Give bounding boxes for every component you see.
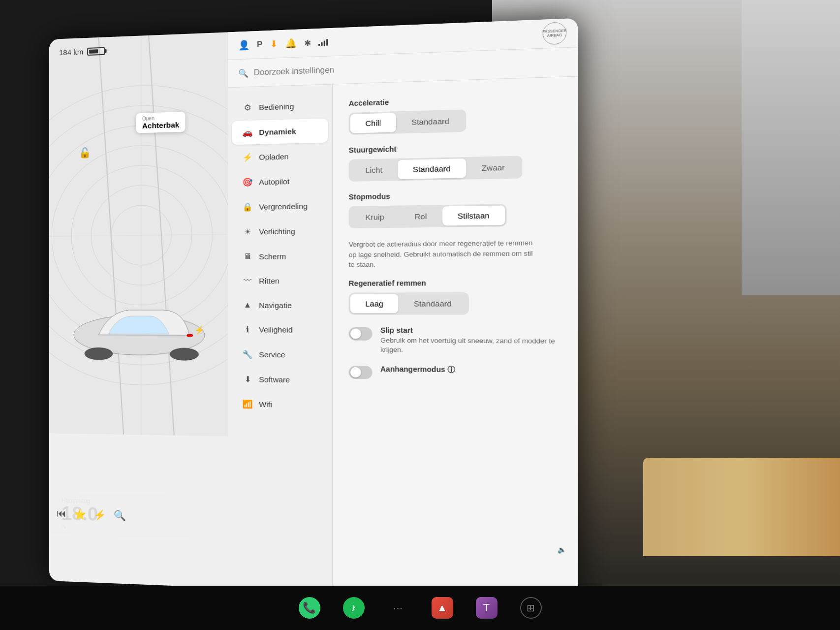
status-bar-left: 184 km <box>59 47 105 57</box>
autopilot-icon: 🎯 <box>242 177 252 187</box>
battery-bar <box>87 47 105 55</box>
regeneratief-title: Regeneratief remmen <box>349 278 561 287</box>
sidebar-item-service[interactable]: 🔧 Service <box>232 343 328 367</box>
media-row: ⏮ ⭐ ⚡ 🔍 <box>49 492 228 540</box>
taskbar-phone[interactable]: 📞 <box>297 596 322 620</box>
verlichting-icon: ☀ <box>242 227 252 237</box>
svg-rect-15 <box>187 334 193 337</box>
stuurgewicht-standaard-btn[interactable]: Standaard <box>398 158 466 179</box>
stuurgewicht-zwaar-btn[interactable]: Zwaar <box>466 158 521 178</box>
sidebar-item-wifi[interactable]: 📶 Wifi <box>232 392 328 417</box>
svg-point-12 <box>85 347 113 360</box>
acceleratie-standaard-btn[interactable]: Standaard <box>396 111 465 132</box>
sidebar-label-service: Service <box>259 350 285 359</box>
sidebar-item-navigatie[interactable]: ▲ Navigatie <box>232 293 328 317</box>
search-media-icon[interactable]: 🔍 <box>114 509 126 521</box>
sidebar-label-veiligheid: Veiligheid <box>259 325 292 334</box>
aanhanger-label: Aanhangermodus ⓘ <box>380 365 561 376</box>
acceleratie-button-group: Chill Standaard <box>349 109 467 135</box>
stopmodus-rol-btn[interactable]: Rol <box>400 206 442 226</box>
volume-icon: 🔈 <box>558 546 566 554</box>
slip-start-description: Gebruik om het voertuig uit sneeuw, zand… <box>380 336 561 355</box>
service-icon: 🔧 <box>242 349 252 359</box>
equalizer-icon[interactable]: ⚡ <box>93 508 106 521</box>
stopmodus-title: Stopmodus <box>349 189 561 201</box>
media-controls: ⏮ ⭐ ⚡ 🔍 <box>57 507 126 521</box>
sidebar-item-bediening[interactable]: ⚙ Bediening <box>232 94 328 120</box>
scherm-icon: 🖥 <box>242 252 252 261</box>
aanhanger-toggle[interactable] <box>349 366 373 379</box>
nav-icon: ▲ <box>432 597 453 619</box>
stuurgewicht-licht-btn[interactable]: Licht <box>350 160 398 180</box>
sidebar-label-navigatie: Navigatie <box>259 301 292 310</box>
settings-panel: 👤 P ⬇ 🔔 ✱ PASSENGER AIRBAG 🔍 <box>228 18 578 602</box>
sidebar-item-vergrendeling[interactable]: 🔒 Vergrendeling <box>232 194 328 219</box>
slip-start-toggle[interactable] <box>349 327 373 340</box>
stuurgewicht-button-group: Licht Standaard Zwaar <box>349 156 522 181</box>
slip-start-row: Slip start Gebruik om het voertuig uit s… <box>349 326 561 356</box>
prev-icon[interactable]: ⏮ <box>57 507 66 519</box>
slip-start-labels: Slip start Gebruik om het voertuig uit s… <box>380 326 561 355</box>
lock-icon[interactable]: 🔓 <box>79 147 91 159</box>
battery-fill <box>89 49 98 54</box>
taskbar-nav[interactable]: ▲ <box>430 596 455 620</box>
regeneratief-standaard-btn[interactable]: Standaard <box>399 294 467 313</box>
sidebar-item-opladen[interactable]: ⚡ Opladen <box>232 144 328 170</box>
wood-trim <box>643 458 840 556</box>
taskbar-media[interactable]: T <box>474 596 499 620</box>
volume-indicator[interactable]: 🔈 <box>558 546 566 554</box>
sidebar-item-autopilot[interactable]: 🎯 Autopilot <box>232 169 328 194</box>
camera-icon: ⊞ <box>520 597 542 619</box>
regeneratief-button-group: Laag Standaard <box>349 292 469 315</box>
stopmodus-button-group: Kruip Rol Stilstaan <box>349 204 507 228</box>
achterbak-popup[interactable]: Open Achterbak <box>136 112 186 133</box>
sidebar-item-verlichting[interactable]: ☀ Verlichting <box>232 219 328 244</box>
sidebar-label-opladen: Opladen <box>259 152 288 161</box>
stopmodus-stilstaan-btn[interactable]: Stilstaan <box>442 206 505 226</box>
acceleratie-title: Acceleratie <box>349 93 561 108</box>
battery-icon <box>87 47 105 55</box>
sidebar-label-wifi: Wifi <box>259 400 272 409</box>
bediening-icon: ⚙ <box>242 103 252 113</box>
ritten-icon: 〰 <box>242 276 252 285</box>
sidebar-label-software: Software <box>259 375 290 384</box>
sidebar-label-vergrendeling: Vergrendeling <box>259 202 308 211</box>
navigatie-icon: ▲ <box>242 300 252 310</box>
search-input[interactable] <box>254 57 566 77</box>
sidebar-item-veiligheid[interactable]: ℹ Veiligheid <box>232 317 328 342</box>
stopmodus-kruip-btn[interactable]: Kruip <box>350 207 400 227</box>
map-area: ⚡ Open Achterbak 🔓 <box>49 32 236 437</box>
pillar <box>742 0 840 295</box>
sidebar-item-dynamiek[interactable]: 🚗 Dynamiek <box>232 119 328 145</box>
opladen-icon: ⚡ <box>242 153 252 162</box>
taskbar-more[interactable]: ··· <box>386 596 410 620</box>
sidebar-item-scherm[interactable]: 🖥 Scherm <box>232 244 328 268</box>
map-lines: ⚡ <box>49 32 236 437</box>
veiligheid-icon: ℹ <box>242 325 252 335</box>
svg-point-3 <box>52 143 233 325</box>
sidebar-label-ritten: Ritten <box>259 276 280 285</box>
media-icon: T <box>476 597 498 619</box>
taskbar-camera[interactable]: ⊞ <box>519 596 543 620</box>
settings-main: Acceleratie Chill Standaard Stuurgewicht… <box>333 77 578 602</box>
stuurgewicht-title: Stuurgewicht <box>349 141 561 155</box>
range-display: 184 km <box>59 47 83 57</box>
acceleratie-chill-btn[interactable]: Chill <box>350 113 396 133</box>
regeneratief-laag-btn[interactable]: Laag <box>350 294 399 313</box>
favorite-icon[interactable]: ⭐ <box>74 508 86 520</box>
svg-point-2 <box>71 164 213 305</box>
tesla-screen: ⚡ Open Achterbak 🔓 👤 P ⬇ 🔔 ✱ <box>49 18 578 602</box>
taskbar-spotify[interactable]: ♪ <box>342 596 366 620</box>
sidebar-label-bediening: Bediening <box>259 102 294 112</box>
software-icon: ⬇ <box>242 375 252 384</box>
spotify-icon: ♪ <box>343 597 365 619</box>
aanhanger-labels: Aanhangermodus ⓘ <box>380 365 561 377</box>
stopmodus-description: Vergroot de actieradius door meer regene… <box>349 238 535 270</box>
sidebar-item-ritten[interactable]: 〰 Ritten <box>232 269 328 292</box>
achterbak-name: Achterbak <box>142 121 180 130</box>
sidebar-item-software[interactable]: ⬇ Software <box>232 367 328 392</box>
svg-point-13 <box>170 348 198 360</box>
slip-start-label: Slip start <box>380 326 561 335</box>
svg-text:⚡: ⚡ <box>194 325 205 335</box>
vergrendeling-icon: 🔒 <box>242 202 252 212</box>
